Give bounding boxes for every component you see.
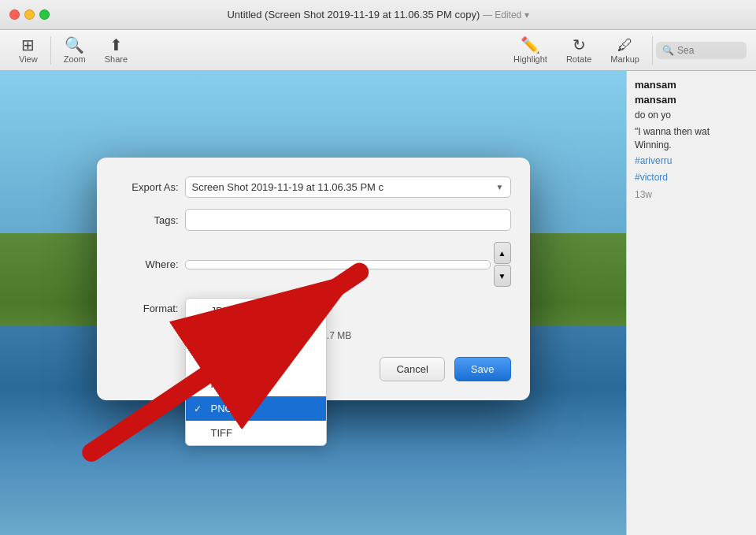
view-label: View <box>19 54 38 64</box>
tags-row: Tags: <box>116 209 511 231</box>
export-dialog-overlay: Export As: Screen Shot 2019-11-19 at 11.… <box>0 142 626 535</box>
export-as-input[interactable]: Screen Shot 2019-11-19 at 11.06.35 PM c … <box>185 176 511 198</box>
rotate-button[interactable]: ↻ Rotate <box>557 34 601 67</box>
save-button[interactable]: Save <box>454 357 511 381</box>
stepper-down[interactable]: ▼ <box>494 265 511 287</box>
format-dropdown-wrapper: JPEG JPEG-2000 OpenEXR PDF <box>185 298 511 319</box>
tags-input[interactable] <box>185 209 511 231</box>
sidebar-username-1: mansam <box>635 79 748 91</box>
where-input[interactable] <box>185 260 491 269</box>
export-dropdown-arrow: ▼ <box>496 183 504 191</box>
format-row: Format: JPEG JPEG-2000 OpenEXR <box>116 298 511 319</box>
maximize-button[interactable] <box>39 9 50 20</box>
format-option-jpeg[interactable]: JPEG <box>186 299 326 323</box>
zoom-button[interactable]: 🔍 Zoom <box>54 34 95 67</box>
sidebar-time: 13w <box>635 189 748 200</box>
zoom-label: Zoom <box>64 54 86 64</box>
titlebar: Untitled (Screen Shot 2019-11-19 at 11.0… <box>0 0 756 30</box>
format-option-tiff[interactable]: TIFF <box>186 421 326 445</box>
sidebar-username-2: mansam <box>635 94 748 106</box>
toolbar-divider-1 <box>50 36 51 65</box>
sidebar-hashtag-1: #ariverru <box>635 154 748 168</box>
sidebar-text: do on yo <box>635 109 748 122</box>
toolbar-divider-2 <box>652 36 653 65</box>
search-icon: 🔍 <box>662 45 674 56</box>
markup-label: Markup <box>610 54 639 64</box>
search-input[interactable] <box>677 45 740 56</box>
format-option-pdf[interactable]: PDF <box>186 372 326 396</box>
right-sidebar: mansam mansam do on yo "I wanna then wat… <box>626 71 756 535</box>
where-label: Where: <box>116 258 179 270</box>
format-label: Format: <box>116 303 179 314</box>
share-icon: ⬆ <box>109 37 123 53</box>
where-stepper[interactable]: ▲ ▼ <box>494 242 511 287</box>
edited-badge: — Edited ▾ <box>483 9 529 20</box>
window-controls <box>0 9 50 20</box>
format-dropdown-menu[interactable]: JPEG JPEG-2000 OpenEXR PDF <box>185 298 327 446</box>
format-option-png[interactable]: ✓ PNG <box>186 396 326 421</box>
where-row: Where: ▲ ▼ <box>116 242 511 287</box>
format-option-jpeg2000[interactable]: JPEG-2000 <box>186 323 326 347</box>
rotate-label: Rotate <box>566 54 591 64</box>
window-title: Untitled (Screen Shot 2019-11-19 at 11.0… <box>227 9 528 20</box>
stepper-up[interactable]: ▲ <box>494 242 511 264</box>
export-as-value: Screen Shot 2019-11-19 at 11.06.35 PM c <box>192 181 493 193</box>
highlight-icon: ✏️ <box>521 37 540 53</box>
cancel-button[interactable]: Cancel <box>380 357 444 381</box>
highlight-button[interactable]: ✏️ Highlight <box>504 34 557 67</box>
view-icon: ⊞ <box>21 37 35 53</box>
tags-label: Tags: <box>116 214 179 226</box>
sidebar-quote: "I wanna then wat Winning. <box>635 125 748 152</box>
main-content: Export As: Screen Shot 2019-11-19 at 11.… <box>0 71 756 535</box>
title-text: Untitled (Screen Shot 2019-11-19 at 11.0… <box>227 9 480 20</box>
search-box[interactable]: 🔍 <box>656 42 747 59</box>
markup-button[interactable]: 🖊 Markup <box>601 34 649 67</box>
view-button[interactable]: ⊞ View <box>9 34 47 67</box>
format-option-openexr[interactable]: OpenEXR <box>186 347 326 372</box>
markup-icon: 🖊 <box>617 37 633 53</box>
close-button[interactable] <box>9 9 20 20</box>
export-dialog: Export As: Screen Shot 2019-11-19 at 11.… <box>97 158 530 400</box>
export-as-row: Export As: Screen Shot 2019-11-19 at 11.… <box>116 176 511 198</box>
minimize-button[interactable] <box>24 9 35 20</box>
rotate-icon: ↻ <box>573 37 586 53</box>
sidebar-hashtag-2: #victord <box>635 171 748 184</box>
photo-area: Export As: Screen Shot 2019-11-19 at 11.… <box>0 71 626 535</box>
highlight-label: Highlight <box>513 54 547 64</box>
check-icon: ✓ <box>194 403 202 414</box>
toolbar: ⊞ View 🔍 Zoom ⬆ Share ✏️ Highlight ↻ Rot… <box>0 30 756 71</box>
zoom-out-icon: 🔍 <box>65 37 84 53</box>
toolbar-right: ✏️ Highlight ↻ Rotate 🖊 Markup 🔍 <box>504 34 747 67</box>
export-as-label: Export As: <box>116 181 179 193</box>
share-button[interactable]: ⬆ Share <box>95 34 137 67</box>
share-label: Share <box>105 54 128 64</box>
